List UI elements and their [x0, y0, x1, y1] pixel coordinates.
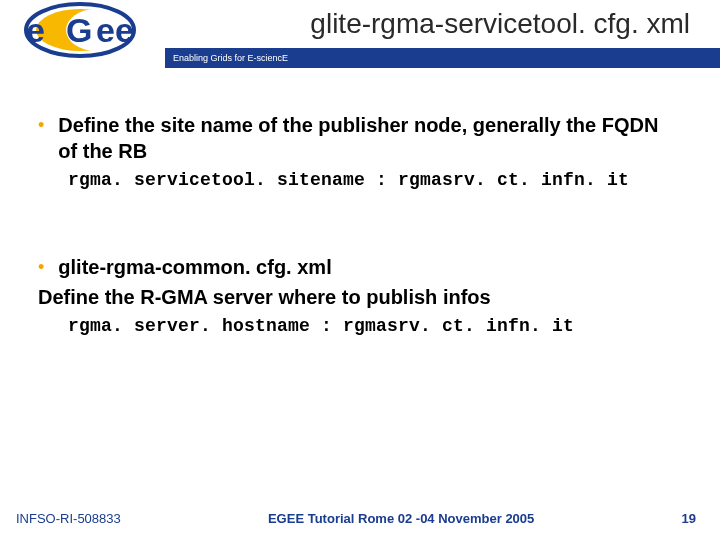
- footer-center: EGEE Tutorial Rome 02 -04 November 2005: [268, 511, 534, 526]
- tagline-stripe: Enabling Grids for E-sciencE: [165, 48, 720, 68]
- bullet-text-1: Define the site name of the publisher no…: [58, 112, 682, 164]
- slide-title: glite-rgma-servicetool. cfg. xml: [310, 8, 690, 40]
- bullet-icon: •: [38, 112, 44, 138]
- slide-body: • Define the site name of the publisher …: [0, 72, 720, 336]
- bullet-text-2: glite-rgma-common. cfg. xml: [58, 254, 331, 280]
- bullet-icon: •: [38, 254, 44, 280]
- slide-footer: INFSO-RI-508833 EGEE Tutorial Rome 02 -0…: [0, 511, 720, 526]
- body-line-2: Define the R-GMA server where to publish…: [38, 284, 682, 310]
- tagline-text: Enabling Grids for E-sciencE: [173, 53, 288, 63]
- slide-header: e G ee glite-rgma-servicetool. cfg. xml …: [0, 0, 720, 72]
- code-line-2: rgma. server. hostname : rgmasrv. ct. in…: [68, 316, 682, 336]
- footer-left: INFSO-RI-508833: [16, 511, 121, 526]
- bullet-item-1: • Define the site name of the publisher …: [38, 112, 682, 164]
- title-bar: glite-rgma-servicetool. cfg. xml: [0, 0, 720, 48]
- page-number: 19: [682, 511, 696, 526]
- bullet-item-2: • glite-rgma-common. cfg. xml: [38, 254, 682, 280]
- code-line-1: rgma. servicetool. sitename : rgmasrv. c…: [68, 170, 682, 190]
